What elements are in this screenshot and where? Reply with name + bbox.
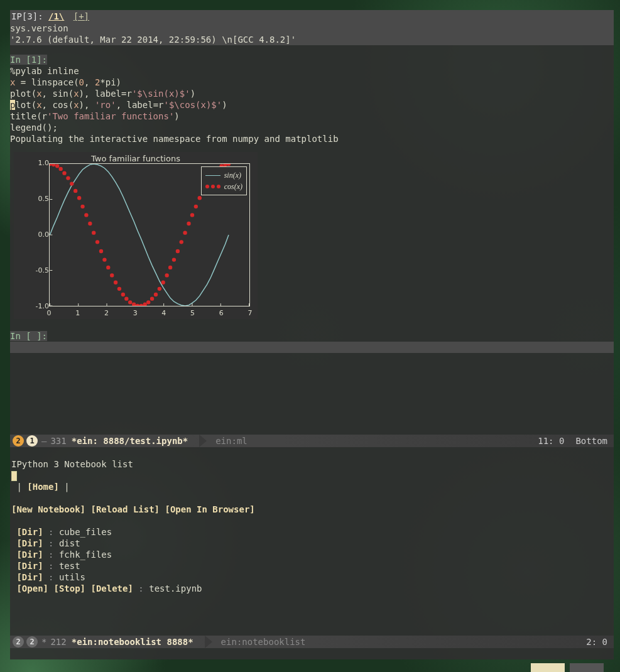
tab-prefix: IP[3]: — [11, 11, 48, 21]
svg-point-38 — [139, 304, 143, 306]
svg-point-53 — [194, 205, 198, 209]
cell-1-stdout: Populating the interactive namespace fro… — [10, 134, 339, 144]
nblist-dir-name[interactable]: test — [59, 561, 80, 571]
minibuffer[interactable] — [10, 648, 614, 659]
svg-point-19 — [70, 182, 73, 185]
svg-point-29 — [106, 266, 110, 269]
svg-point-41 — [150, 297, 154, 301]
modeline-position: 11: 0 — [538, 435, 564, 447]
nblist-stop[interactable]: [Stop] — [53, 583, 85, 593]
nblist-dir-tag[interactable]: [Dir] — [16, 527, 43, 537]
legend-label-cos: cos(x) — [224, 181, 242, 192]
chart-output: Two familiar functions sin(x) cos(x) -1.… — [14, 152, 258, 319]
svg-point-45 — [165, 273, 168, 277]
svg-point-25 — [92, 230, 95, 234]
nblist-dir-name[interactable]: dist — [59, 538, 80, 548]
notebooklist-buffer[interactable]: IPython 3 Notebook list | [Home] | [New … — [10, 447, 614, 636]
nblist-header: IPython 3 Notebook list — [11, 459, 133, 469]
modeline-bottom: 2 2 * 212 *ein:notebooklist 8888* ein:no… — [10, 636, 614, 648]
code-line[interactable]: %pylab inline — [10, 66, 79, 76]
nblist-dir-tag[interactable]: [Dir] — [16, 572, 43, 582]
modeline-buffer-name: *ein: 8888/test.ipynb* — [72, 435, 188, 447]
nblist-dir-name[interactable]: cube_files — [59, 527, 112, 537]
svg-point-16 — [58, 167, 62, 171]
nblist-reload[interactable]: [Reload List] — [90, 504, 160, 514]
svg-point-42 — [154, 293, 158, 296]
svg-point-51 — [187, 222, 190, 225]
svg-point-31 — [114, 281, 117, 285]
svg-point-14 — [52, 164, 55, 166]
svg-point-13 — [50, 164, 52, 166]
svg-point-27 — [99, 249, 103, 253]
tab-bar: IP[3]: /1\ [+] — [10, 10, 614, 23]
modeline-badge-1: 2 — [13, 636, 24, 648]
nblist-dir-tag[interactable]: [Dir] — [16, 550, 43, 560]
modeline-major-mode: ein:notebooklist — [221, 636, 306, 648]
nblist-dir-tag[interactable]: [Dir] — [16, 538, 43, 548]
legend-label-sin: sin(x) — [224, 170, 241, 181]
nblist-dir-name[interactable]: utils — [59, 572, 85, 582]
modeline-badge-2: 2 — [26, 636, 38, 648]
legend-dots-icon — [205, 185, 220, 188]
svg-point-24 — [88, 222, 92, 225]
svg-point-48 — [176, 249, 180, 253]
svg-point-40 — [146, 300, 150, 304]
nblist-file-name[interactable]: test.ipynb — [149, 583, 202, 593]
svg-point-26 — [95, 240, 99, 244]
modeline-position: 2: 0 — [586, 636, 607, 648]
nblist-open-browser[interactable]: [Open In Browser] — [165, 504, 254, 514]
svg-point-20 — [73, 189, 77, 193]
modeline-badge-1: 2 — [13, 435, 24, 447]
cell-empty-prompt[interactable]: In [ ]: — [10, 331, 47, 341]
svg-point-18 — [66, 176, 70, 180]
nblist-dir-tag[interactable]: [Dir] — [16, 561, 43, 571]
nblist-dir-name[interactable]: fchk_files — [59, 550, 112, 560]
nblist-cursor — [11, 471, 17, 481]
nblist-new-notebook[interactable]: [New Notebook] — [11, 504, 85, 514]
modeline-buffer-name: *ein:notebooklist 8888* — [72, 636, 193, 648]
svg-point-23 — [84, 213, 88, 217]
svg-point-33 — [121, 293, 125, 296]
svg-point-43 — [158, 287, 161, 291]
tab-active[interactable]: /1\ — [48, 11, 64, 21]
nblist-home-link[interactable]: [Home] — [27, 482, 59, 492]
modeline-badge-2: 1 — [26, 435, 38, 447]
svg-point-37 — [136, 304, 139, 306]
cell-1-prompt: In [1]: — [10, 55, 47, 65]
svg-point-36 — [132, 303, 136, 306]
svg-point-54 — [198, 196, 202, 200]
svg-point-62 — [227, 164, 231, 166]
cell-0-output: sys.version '2.7.6 (default, Mar 22 2014… — [10, 23, 614, 45]
svg-point-30 — [110, 273, 114, 277]
tab-add[interactable]: [+] — [73, 11, 89, 21]
taskbar-blocks — [531, 663, 604, 672]
nblist-open[interactable]: [Open] — [16, 583, 48, 593]
chart-legend: sin(x) cos(x) — [201, 166, 247, 195]
svg-point-47 — [172, 257, 176, 261]
notebook-buffer[interactable]: IP[3]: /1\ [+] sys.version '2.7.6 (defau… — [10, 10, 614, 435]
svg-point-32 — [117, 287, 121, 291]
cell-1[interactable]: In [1]: %pylab inline x = linspace(0, 2*… — [10, 54, 614, 144]
svg-point-46 — [168, 266, 172, 269]
svg-point-35 — [128, 300, 132, 304]
svg-point-21 — [77, 196, 81, 200]
cell-empty-body[interactable] — [10, 342, 614, 353]
nblist-delete[interactable]: [Delete] — [90, 583, 133, 593]
modeline-bottom: Bottom — [575, 435, 607, 447]
svg-point-52 — [190, 213, 194, 217]
svg-point-22 — [80, 205, 84, 209]
svg-point-49 — [180, 240, 183, 244]
chart-plot-area: sin(x) cos(x) — [49, 163, 250, 306]
svg-point-39 — [143, 303, 147, 306]
svg-point-44 — [161, 281, 165, 285]
svg-point-34 — [124, 297, 128, 301]
svg-point-17 — [62, 171, 66, 175]
modeline-top: 2 1 — 331 *ein: 8888/test.ipynb* ein:ml … — [10, 435, 614, 447]
svg-point-28 — [102, 257, 106, 261]
modeline-major-mode: ein:ml — [215, 435, 247, 447]
svg-point-15 — [55, 164, 59, 168]
legend-line-icon — [205, 175, 220, 176]
svg-point-50 — [183, 230, 187, 234]
